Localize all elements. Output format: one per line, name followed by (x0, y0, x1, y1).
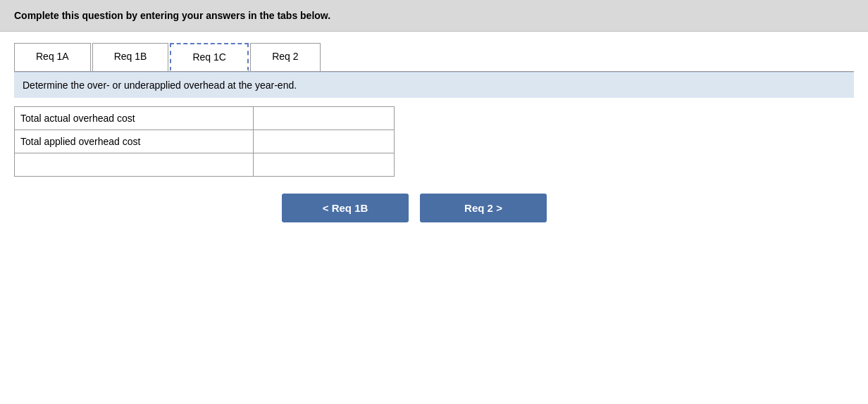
table-row: Total actual overhead cost (15, 107, 395, 130)
table-row: Total applied overhead cost (15, 130, 395, 153)
header-instruction: Complete this question by entering your … (14, 10, 330, 21)
prev-button[interactable]: Req 1B (282, 194, 409, 222)
input-cell-applied[interactable] (254, 130, 395, 153)
tab-req1a[interactable]: Req 1A (14, 43, 91, 71)
main-content: Req 1A Req 1B Req 1C Req 2 Determine the… (0, 32, 868, 234)
table-row (15, 153, 395, 177)
tabs-container: Req 1A Req 1B Req 1C Req 2 (14, 43, 854, 72)
input-cell-result[interactable] (254, 153, 395, 177)
section-description: Determine the over- or underapplied over… (23, 80, 297, 91)
actual-overhead-input[interactable] (259, 111, 388, 125)
result-label-input[interactable] (20, 158, 247, 172)
section-header: Determine the over- or underapplied over… (14, 72, 854, 98)
header-banner: Complete this question by entering your … (0, 0, 868, 32)
input-cell-actual[interactable] (254, 107, 395, 130)
result-input[interactable] (259, 158, 388, 172)
applied-overhead-input[interactable] (259, 134, 388, 149)
tab-req1c[interactable]: Req 1C (170, 43, 248, 71)
overhead-table: Total actual overhead cost Total applied… (14, 106, 395, 177)
tab-req2[interactable]: Req 2 (250, 43, 321, 71)
tab-req1b[interactable]: Req 1B (92, 43, 169, 71)
next-button[interactable]: Req 2 (420, 194, 547, 222)
label-result (15, 153, 254, 177)
label-actual-overhead: Total actual overhead cost (15, 107, 254, 130)
buttons-row: Req 1B Req 2 (14, 194, 854, 222)
label-applied-overhead: Total applied overhead cost (15, 130, 254, 153)
